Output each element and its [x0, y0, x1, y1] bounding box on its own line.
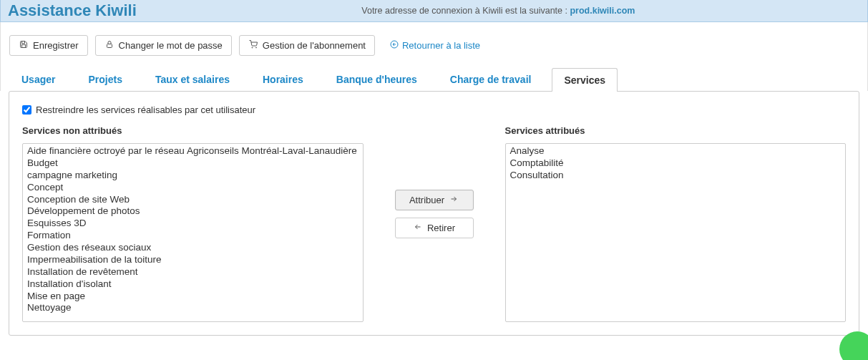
change-password-button[interactable]: Changer le mot de passe [95, 35, 232, 56]
tab-list: UsagerProjetsTaux et salairesHorairesBan… [9, 67, 859, 91]
back-to-list-label: Retourner à la liste [402, 40, 480, 51]
tabs: UsagerProjetsTaux et salairesHorairesBan… [0, 63, 868, 91]
login-address-text: Votre adresse de connexion à Kiwili est … [137, 6, 860, 16]
tab-usager[interactable]: Usager [9, 67, 67, 91]
restrict-services-checkbox[interactable] [22, 105, 31, 115]
save-button[interactable]: Enregistrer [9, 35, 88, 56]
tab-taux[interactable]: Taux et salaires [143, 67, 242, 91]
list-item[interactable]: Formation [23, 230, 363, 242]
arrow-left-circle-icon [389, 40, 399, 51]
subscription-button[interactable]: Gestion de l'abonnement [239, 35, 375, 56]
unassigned-title: Services non attribués [22, 125, 364, 136]
page-title: Assistance Kiwili [8, 1, 137, 20]
svg-rect-0 [22, 42, 25, 44]
remove-button-label: Retirer [427, 223, 455, 233]
svg-rect-1 [22, 45, 26, 48]
restrict-services-row: Restreindre les services réalisables par… [22, 104, 846, 115]
list-item[interactable]: Nettoyage [23, 302, 363, 314]
assigned-listbox[interactable]: AnalyseComptabilitéConsultation [505, 143, 847, 322]
tab-horaires[interactable]: Horaires [250, 67, 316, 91]
arrow-right-icon [449, 195, 459, 205]
svg-point-4 [255, 47, 256, 48]
topbar: Assistance Kiwili Votre adresse de conne… [0, 0, 868, 22]
svg-rect-2 [107, 44, 112, 48]
save-button-label: Enregistrer [33, 40, 79, 51]
remove-button[interactable]: Retirer [395, 218, 474, 238]
back-to-list-link[interactable]: Retourner à la liste [389, 40, 480, 51]
list-item[interactable]: Installation de revêtement [23, 266, 363, 278]
login-address-link[interactable]: prod.kiwili.com [570, 6, 635, 16]
list-item[interactable]: Analyse [506, 145, 846, 157]
tab-banque[interactable]: Banque d'heures [324, 67, 429, 91]
list-item[interactable]: Conception de site Web [23, 194, 363, 206]
tab-services[interactable]: Services [552, 68, 618, 92]
list-item[interactable]: Concept [23, 182, 363, 194]
list-item[interactable]: Esquisses 3D [23, 218, 363, 230]
unassigned-column: Services non attribués Aide financière o… [22, 125, 364, 322]
assign-button-label: Attribuer [409, 195, 444, 205]
list-item[interactable]: Aide financière octroyé par le réseau Ag… [23, 145, 363, 157]
lock-icon [104, 40, 114, 51]
services-panel: Restreindre les services réalisables par… [9, 91, 859, 336]
unassigned-listbox[interactable]: Aide financière octroyé par le réseau Ag… [22, 143, 364, 322]
list-item[interactable]: campagne marketing [23, 170, 363, 182]
assigned-title: Services attribués [505, 125, 847, 136]
cart-icon [248, 40, 258, 51]
subscription-label: Gestion de l'abonnement [263, 40, 366, 51]
list-item[interactable]: Budget [23, 157, 363, 170]
restrict-services-label[interactable]: Restreindre les services réalisables par… [36, 104, 255, 115]
arrow-left-icon [413, 223, 423, 233]
list-item[interactable]: Gestion des réseaux sociaux [23, 242, 363, 254]
tab-projets[interactable]: Projets [76, 67, 134, 91]
list-item[interactable]: Consultation [506, 170, 846, 182]
list-item[interactable]: Comptabilité [506, 157, 846, 170]
transfer-controls: Attribuer Retirer [364, 125, 505, 238]
list-item[interactable]: Impermeabilisation de la toiture [23, 254, 363, 266]
toolbar: Enregistrer Changer le mot de passe Gest… [0, 22, 868, 63]
tab-charge[interactable]: Charge de travail [438, 67, 544, 91]
login-address-prefix: Votre adresse de connexion à Kiwili est … [361, 6, 570, 16]
dual-list: Services non attribués Aide financière o… [22, 125, 846, 322]
assigned-column: Services attribués AnalyseComptabilitéCo… [505, 125, 847, 322]
list-item[interactable]: Développement de photos [23, 205, 363, 218]
list-item[interactable]: Mise en page [23, 291, 363, 303]
list-item[interactable]: Installation d'isolant [23, 278, 363, 291]
save-icon [19, 40, 29, 51]
change-password-label: Changer le mot de passe [119, 40, 223, 51]
svg-point-3 [252, 47, 253, 48]
assign-button[interactable]: Attribuer [395, 190, 474, 210]
